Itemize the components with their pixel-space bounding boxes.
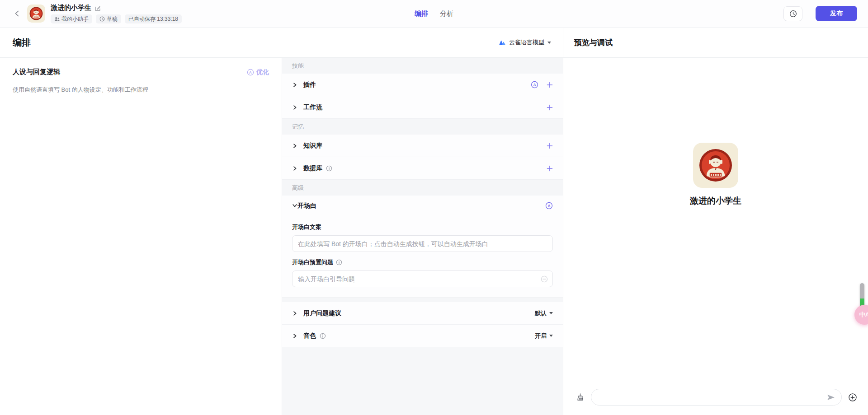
caret-down-icon bbox=[549, 312, 553, 314]
model-name: 云雀语言模型 bbox=[509, 38, 544, 47]
row-voice[interactable]: 音色 开启 bbox=[282, 325, 563, 347]
svg-text:A: A bbox=[533, 83, 536, 87]
autosave-badge: 已自动保存 13:33:18 bbox=[125, 14, 182, 23]
top-header: 激进的小学生 我的小助手 草稿 bbox=[0, 0, 868, 28]
add-attachment-icon[interactable] bbox=[848, 393, 857, 402]
draft-badge: 草稿 bbox=[96, 14, 121, 23]
row-suggestions[interactable]: 用户问题建议 默认 bbox=[282, 302, 563, 325]
chat-input[interactable] bbox=[591, 389, 842, 406]
section-spacer bbox=[282, 298, 563, 302]
persona-description[interactable]: 使用自然语言填写 Bot 的人物设定、功能和工作流程 bbox=[13, 85, 269, 94]
opening-questions-label: 开场白预置问题 bbox=[292, 258, 553, 266]
preview-region: 预览与调试 激进的小学生 bbox=[563, 28, 868, 415]
team-icon bbox=[54, 17, 60, 22]
row-database[interactable]: 数据库 bbox=[282, 157, 563, 180]
history-clock-icon bbox=[789, 10, 797, 18]
preview-header: 预览与调试 bbox=[563, 28, 868, 58]
advanced-band: 高级 bbox=[282, 180, 563, 196]
publish-button[interactable]: 发布 bbox=[816, 6, 857, 21]
main-tabs: 编排 分析 bbox=[415, 0, 453, 27]
persona-title: 人设与回复逻辑 bbox=[13, 68, 60, 76]
clock-icon bbox=[99, 16, 105, 22]
chevron-left-icon bbox=[14, 10, 20, 17]
title-block: 激进的小学生 我的小助手 草稿 bbox=[51, 4, 182, 23]
svg-text:A: A bbox=[547, 204, 550, 208]
bot-avatar bbox=[27, 5, 45, 23]
arrange-panel-title: 编排 bbox=[13, 37, 31, 49]
add-plugin-icon[interactable] bbox=[547, 82, 553, 88]
chat-bar bbox=[563, 389, 868, 406]
add-workflow-icon[interactable] bbox=[547, 104, 553, 111]
tab-analyze[interactable]: 分析 bbox=[440, 9, 453, 18]
ai-generate-opening-icon[interactable]: A bbox=[545, 202, 553, 210]
header-actions: 发布 bbox=[783, 6, 857, 21]
preview-bot-card: 激进的小学生 bbox=[563, 143, 868, 207]
chevron-right-icon bbox=[292, 311, 297, 316]
arrange-region: 编排 云雀语言模型 人设与回复逻辑 A bbox=[0, 28, 563, 415]
optimize-button[interactable]: A 优化 bbox=[247, 68, 269, 76]
add-knowledge-icon[interactable] bbox=[547, 143, 553, 149]
chevron-right-icon bbox=[292, 105, 297, 110]
skills-band: 技能 bbox=[282, 58, 563, 74]
row-plugins[interactable]: 插件 A bbox=[282, 74, 563, 96]
persona-panel: 人设与回复逻辑 A 优化 使用自然语言填写 Bot 的人物设定、功能和工作流程 bbox=[0, 58, 282, 415]
info-icon[interactable] bbox=[326, 165, 332, 172]
ai-generate-icon[interactable]: A bbox=[531, 81, 538, 89]
tab-orchestrate[interactable]: 编排 bbox=[415, 9, 428, 18]
row-workflow[interactable]: 工作流 bbox=[282, 96, 563, 119]
voice-dropdown[interactable]: 开启 bbox=[535, 332, 553, 340]
workspace-badge: 我的小助手 bbox=[51, 14, 92, 23]
chevron-right-icon bbox=[292, 82, 297, 88]
info-icon[interactable] bbox=[336, 259, 342, 266]
clear-context-icon[interactable] bbox=[576, 393, 585, 401]
workspace: 编排 云雀语言模型 人设与回复逻辑 A bbox=[0, 28, 868, 415]
bot-title: 激进的小学生 bbox=[51, 4, 91, 12]
chevron-right-icon bbox=[292, 166, 297, 171]
caret-down-icon bbox=[547, 42, 551, 44]
opening-section: 开场白 A 开场白文案 开场白预置问题 bbox=[282, 196, 563, 298]
history-button[interactable] bbox=[783, 6, 802, 21]
chevron-down-icon bbox=[292, 202, 297, 210]
row-knowledge[interactable]: 知识库 bbox=[282, 135, 563, 157]
preview-panel-title: 预览与调试 bbox=[574, 37, 613, 48]
settings-empty-area bbox=[282, 347, 563, 415]
arrange-body: 人设与回复逻辑 A 优化 使用自然语言填写 Bot 的人物设定、功能和工作流程 … bbox=[0, 58, 563, 415]
add-database-icon[interactable] bbox=[547, 165, 553, 172]
chevron-right-icon bbox=[292, 333, 297, 339]
opening-question-input[interactable] bbox=[292, 270, 553, 287]
preview-bot-name: 激进的小学生 bbox=[690, 195, 741, 207]
model-selector[interactable]: 云雀语言模型 bbox=[499, 38, 551, 47]
back-button[interactable] bbox=[11, 7, 24, 20]
translate-icon: 中A bbox=[859, 311, 868, 319]
send-icon[interactable] bbox=[826, 394, 835, 401]
badge-row: 我的小助手 草稿 已自动保存 13:33:18 bbox=[51, 14, 182, 23]
arrange-header: 编排 云雀语言模型 bbox=[0, 28, 563, 58]
caret-down-icon bbox=[549, 335, 553, 337]
chevron-right-icon bbox=[292, 143, 297, 149]
opening-text-label: 开场白文案 bbox=[292, 223, 553, 231]
opening-header[interactable]: 开场白 A bbox=[282, 196, 563, 216]
svg-text:A: A bbox=[249, 70, 252, 74]
translate-fab[interactable]: 中A bbox=[854, 305, 868, 325]
bot-avatar-large bbox=[693, 143, 738, 188]
settings-panel: 技能 插件 A bbox=[282, 58, 563, 415]
edit-title-icon[interactable] bbox=[94, 5, 101, 11]
memory-band: 记忆 bbox=[282, 119, 563, 135]
remove-question-icon[interactable] bbox=[541, 275, 548, 283]
suggestions-dropdown[interactable]: 默认 bbox=[535, 309, 553, 317]
opening-text-input[interactable] bbox=[292, 235, 553, 252]
info-icon[interactable] bbox=[320, 333, 326, 339]
model-logo-icon bbox=[499, 39, 506, 46]
divider bbox=[809, 9, 809, 18]
ai-optimize-icon: A bbox=[247, 69, 254, 76]
